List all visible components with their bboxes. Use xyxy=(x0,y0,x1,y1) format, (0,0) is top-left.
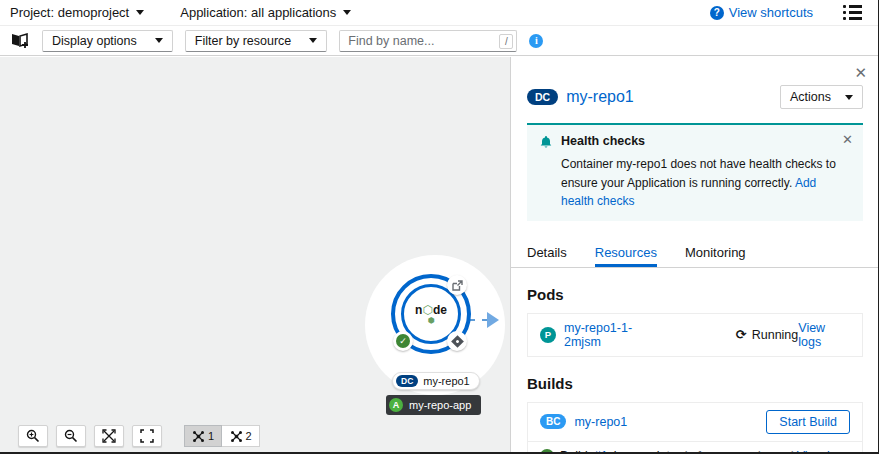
pod-view-logs-link[interactable]: View logs xyxy=(798,321,850,349)
info-circle-icon[interactable]: i xyxy=(529,34,543,48)
tab-resources[interactable]: Resources xyxy=(595,239,657,267)
view-shortcuts-label: View shortcuts xyxy=(729,5,813,20)
expand-arrows-icon xyxy=(102,429,116,443)
create-connector-line xyxy=(469,319,488,321)
pod-name-link[interactable]: my-repo1-1-2mjsm xyxy=(564,321,666,349)
topology-layout-icon xyxy=(192,430,205,443)
pod-badge: P xyxy=(540,327,556,343)
build-status-row: ✓ Build #1 is complete (a few seconds ag… xyxy=(528,441,862,454)
build-status: ✓ Build #1 is complete (a few seconds ag… xyxy=(540,449,796,454)
alert-body: Container my-repo1 does not have health … xyxy=(561,155,851,211)
pod-row: P my-repo1-1-2mjsm ⟳ Running View logs xyxy=(528,314,862,356)
open-url-decorator[interactable] xyxy=(447,275,467,295)
find-by-name-input[interactable] xyxy=(339,30,517,52)
build-config-badge: BC xyxy=(540,414,566,429)
builds-heading: Builds xyxy=(527,375,863,392)
zoom-in-button[interactable] xyxy=(18,425,48,447)
create-connector-arrow[interactable] xyxy=(487,312,499,328)
alert-close-icon[interactable]: ✕ xyxy=(842,133,853,146)
chevron-down-icon xyxy=(155,38,163,43)
build-status-prefix: Build xyxy=(560,449,588,454)
application-group-label[interactable]: A my-repo-app xyxy=(386,395,481,415)
start-build-button[interactable]: Start Build xyxy=(766,410,850,434)
chevron-down-icon xyxy=(136,10,144,15)
build-timestamp: (a few seconds ago) xyxy=(683,449,796,454)
slash-shortcut-key: / xyxy=(499,34,513,49)
external-link-icon xyxy=(452,280,463,291)
fit-to-screen-button[interactable] xyxy=(94,425,124,447)
git-source-icon xyxy=(451,335,464,348)
tab-details[interactable]: Details xyxy=(527,239,567,267)
view-shortcuts-link[interactable]: ? View shortcuts xyxy=(710,5,813,20)
zoom-in-icon xyxy=(26,429,40,443)
list-view-toggle-icon[interactable] xyxy=(841,3,864,22)
check-circle-icon: ✓ xyxy=(396,334,410,348)
pods-heading: Pods xyxy=(527,286,863,303)
layout-2-button[interactable]: 2 xyxy=(222,425,260,447)
masthead-right: ? View shortcuts xyxy=(710,3,864,22)
display-options-label: Display options xyxy=(52,34,137,48)
node-name: my-repo1 xyxy=(423,375,469,387)
bell-icon xyxy=(539,135,553,149)
resource-side-panel: ✕ DC my-repo1 Actions Health checks ✕ xyxy=(510,57,879,454)
topology-layout-icon xyxy=(230,430,243,443)
panel-tabs: Details Resources Monitoring xyxy=(511,239,879,268)
project-selector-label: Project: demoproject xyxy=(10,5,129,20)
filter-by-resource-dropdown[interactable]: Filter by resource xyxy=(185,30,328,52)
zoom-out-icon xyxy=(64,429,78,443)
pods-list: P my-repo1-1-2mjsm ⟳ Running View logs xyxy=(527,313,863,357)
question-circle-icon: ? xyxy=(710,6,724,20)
corner-brackets-icon xyxy=(140,429,154,443)
build-status-suffix: is complete xyxy=(614,449,677,454)
build-config-row: BC my-repo1 Start Build xyxy=(528,403,862,441)
display-options-dropdown[interactable]: Display options xyxy=(42,30,173,52)
pod-status: ⟳ Running xyxy=(736,327,798,342)
layout-toggle-group: 1 2 xyxy=(184,425,260,447)
application-badge: A xyxy=(389,398,403,412)
nodejs-logo: n⬡de xyxy=(415,304,447,316)
alert-title: Health checks xyxy=(561,134,645,148)
layout-1-button[interactable]: 1 xyxy=(184,425,222,447)
actions-dropdown[interactable]: Actions xyxy=(780,85,863,109)
layout-2-label: 2 xyxy=(246,430,252,442)
node-label[interactable]: DC my-repo1 xyxy=(392,372,480,390)
quick-search-catalog-icon[interactable] xyxy=(10,32,30,49)
dc-resource-badge: DC xyxy=(396,375,418,387)
tab-monitoring[interactable]: Monitoring xyxy=(685,239,746,267)
actions-label: Actions xyxy=(790,90,831,104)
topology-toolbar: Display options Filter by resource / i xyxy=(0,26,878,56)
canvas-controls: 1 2 xyxy=(18,425,260,447)
nodejs-hexagon-icon: ⬢ xyxy=(428,317,435,325)
project-selector[interactable]: Project: demoproject xyxy=(10,5,144,20)
build-status-decorator[interactable]: ✓ xyxy=(393,331,413,351)
chevron-down-icon xyxy=(309,38,317,43)
check-circle-icon: ✓ xyxy=(540,449,554,454)
sync-icon: ⟳ xyxy=(736,327,747,342)
application-name: my-repo-app xyxy=(409,399,471,411)
topology-canvas[interactable]: n⬡de ⬢ ✓ DC my-repo1 A my-repo-app xyxy=(0,57,510,454)
build-view-logs-link[interactable]: View logs xyxy=(797,449,850,454)
chevron-down-icon xyxy=(343,10,351,15)
application-selector[interactable]: Application: all applications xyxy=(180,5,351,20)
filter-by-resource-label: Filter by resource xyxy=(195,34,292,48)
build-number-link[interactable]: #1 xyxy=(594,449,608,454)
openshift-topology-view: Project: demoproject Application: all ap… xyxy=(0,0,879,454)
resources-tab-content: Pods P my-repo1-1-2mjsm ⟳ Running View l… xyxy=(511,286,879,454)
chevron-down-icon xyxy=(845,95,853,100)
edit-source-decorator[interactable] xyxy=(447,331,467,351)
resource-title-link[interactable]: my-repo1 xyxy=(566,88,634,106)
application-selector-label: Application: all applications xyxy=(180,5,336,20)
health-checks-alert: Health checks ✕ Container my-repo1 does … xyxy=(527,123,863,221)
pod-status-text: Running xyxy=(752,328,799,342)
close-icon[interactable]: ✕ xyxy=(854,65,867,80)
context-bar: Project: demoproject Application: all ap… xyxy=(0,0,878,26)
panel-header: DC my-repo1 Actions xyxy=(511,57,879,109)
builds-list: BC my-repo1 Start Build ✓ Build #1 is co… xyxy=(527,402,863,454)
find-by-name-wrapper: / xyxy=(339,30,517,52)
build-config-name-link[interactable]: my-repo1 xyxy=(574,415,627,429)
dc-resource-badge: DC xyxy=(527,89,558,106)
reset-view-button[interactable] xyxy=(132,425,162,447)
layout-1-label: 1 xyxy=(208,430,214,442)
zoom-out-button[interactable] xyxy=(56,425,86,447)
